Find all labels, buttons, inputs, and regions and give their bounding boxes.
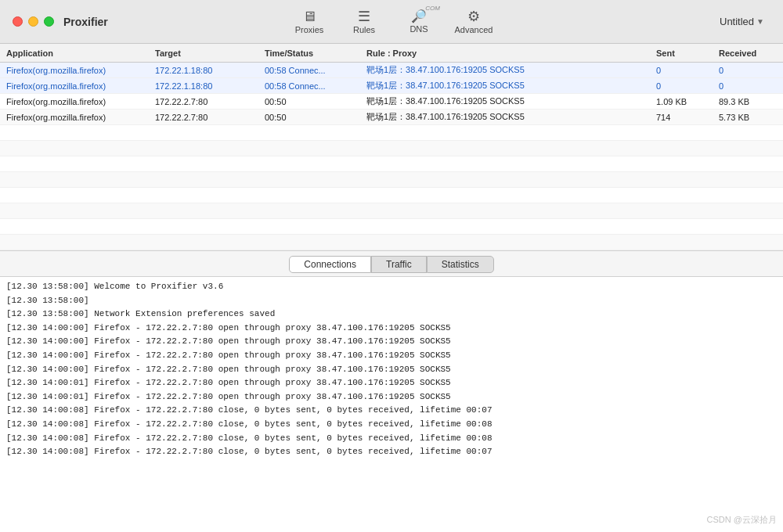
proxies-label: Proxies [295, 25, 324, 34]
log-line: [12.30 13:58:00] [6, 294, 777, 308]
dns-label: DNS [410, 24, 428, 34]
connection-table: Application Target Time/Status Rule : Pr… [0, 44, 783, 251]
toolbar-advanced[interactable]: ⚙ Advanced [446, 2, 501, 42]
tab-connections[interactable]: Connections [289, 256, 371, 273]
th-sent: Sent [650, 49, 713, 58]
td-application: Firefox(org.mozilla.firefox) [0, 81, 149, 91]
td-rule: 靶场1层：38.47.100.176:19205 SOCKS5 [360, 111, 650, 123]
dns-icon: 🔎 [411, 10, 427, 23]
dns-badge: COM [425, 5, 440, 12]
table-row[interactable]: Firefox(org.mozilla.firefox) 172.22.1.18… [0, 63, 783, 78]
td-application: Firefox(org.mozilla.firefox) [0, 113, 149, 122]
rules-label: Rules [353, 25, 375, 34]
empty-row [0, 219, 783, 235]
th-rule-proxy: Rule : Proxy [360, 49, 650, 58]
log-line: [12.30 13:58:00] Welcome to Proxifier v3… [6, 280, 777, 294]
advanced-label: Advanced [455, 25, 493, 34]
log-line: [12.30 14:00:08] Firefox - 172.22.2.7:80… [6, 445, 777, 459]
td-received: 0 [713, 81, 783, 91]
th-time-status: Time/Status [258, 49, 360, 58]
profiles-area: Untitled ▼ [713, 13, 770, 31]
table-row[interactable]: Firefox(org.mozilla.firefox) 172.22.1.18… [0, 78, 783, 94]
proxies-icon: 🖥 [302, 9, 316, 23]
maximize-button[interactable] [44, 16, 54, 27]
toolbar: 🖥 Proxies ☰ Rules 🔎 COM DNS ⚙ Advanced [282, 2, 501, 42]
td-target: 172.22.1.18:80 [149, 66, 258, 75]
tab-traffic[interactable]: Traffic [371, 256, 427, 273]
profiles-button[interactable]: Untitled ▼ [713, 13, 770, 31]
log-line: [12.30 14:00:01] Firefox - 172.22.2.7:80… [6, 390, 777, 404]
log-area: [12.30 13:58:00] Welcome to Proxifier v3… [0, 277, 783, 532]
main-content: Application Target Time/Status Rule : Pr… [0, 44, 783, 532]
tab-statistics[interactable]: Statistics [427, 256, 494, 273]
empty-row [0, 141, 783, 156]
log-line: [12.30 14:00:00] Firefox - 172.22.2.7:80… [6, 322, 777, 336]
log-line: [12.30 14:00:00] Firefox - 172.22.2.7:80… [6, 363, 777, 377]
profiles-name: Untitled [720, 16, 754, 27]
th-received: Received [713, 49, 783, 58]
td-application: Firefox(org.mozilla.firefox) [0, 97, 149, 106]
log-line: [12.30 14:00:00] Firefox - 172.22.2.7:80… [6, 335, 777, 349]
td-time: 00:58 Connec... [258, 81, 360, 91]
td-rule: 靶场1层：38.47.100.176:19205 SOCKS5 [360, 95, 650, 107]
empty-row [0, 203, 783, 219]
table-row[interactable]: Firefox(org.mozilla.firefox) 172.22.2.7:… [0, 94, 783, 110]
log-line: [12.30 14:00:00] Firefox - 172.22.2.7:80… [6, 349, 777, 363]
title-bar: Proxifier 🖥 Proxies ☰ Rules 🔎 COM DNS ⚙ … [0, 0, 783, 44]
empty-row [0, 235, 783, 250]
table-row[interactable]: Firefox(org.mozilla.firefox) 172.22.2.7:… [0, 110, 783, 125]
rules-icon: ☰ [358, 9, 370, 23]
td-target: 172.22.1.18:80 [149, 81, 258, 91]
bottom-panel: Connections Traffic Statistics [12.30 13… [0, 251, 783, 532]
td-time: 00:58 Connec... [258, 66, 360, 75]
app-title: Proxifier [63, 16, 108, 28]
td-received: 89.3 KB [713, 97, 783, 106]
empty-row [0, 188, 783, 203]
empty-row [0, 172, 783, 188]
empty-row [0, 156, 783, 172]
th-application: Application [0, 49, 149, 58]
toolbar-dns[interactable]: 🔎 COM DNS [392, 2, 446, 42]
td-received: 5.73 KB [713, 113, 783, 122]
td-sent: 1.09 KB [650, 97, 713, 106]
td-application: Firefox(org.mozilla.firefox) [0, 66, 149, 75]
td-received: 0 [713, 66, 783, 75]
empty-row [0, 125, 783, 141]
log-line: [12.30 14:00:08] Firefox - 172.22.2.7:80… [6, 432, 777, 446]
close-button[interactable] [13, 16, 23, 27]
toolbar-rules[interactable]: ☰ Rules [337, 2, 392, 42]
profiles-chevron: ▼ [756, 17, 764, 26]
td-target: 172.22.2.7:80 [149, 113, 258, 122]
td-time: 00:50 [258, 97, 360, 106]
td-sent: 0 [650, 81, 713, 91]
minimize-button[interactable] [28, 16, 38, 27]
table-header: Application Target Time/Status Rule : Pr… [0, 44, 783, 63]
td-rule: 靶场1层：38.47.100.176:19205 SOCKS5 [360, 64, 650, 76]
td-target: 172.22.2.7:80 [149, 97, 258, 106]
td-sent: 0 [650, 66, 713, 75]
log-line: [12.30 13:58:00] Network Extension prefe… [6, 307, 777, 322]
log-line: [12.30 14:00:08] Firefox - 172.22.2.7:80… [6, 404, 777, 418]
td-time: 00:50 [258, 113, 360, 122]
toolbar-proxies[interactable]: 🖥 Proxies [282, 2, 337, 42]
table-body: Firefox(org.mozilla.firefox) 172.22.1.18… [0, 63, 783, 250]
th-target: Target [149, 49, 258, 58]
log-line: [12.30 14:00:01] Firefox - 172.22.2.7:80… [6, 376, 777, 390]
advanced-icon: ⚙ [467, 9, 480, 23]
td-sent: 714 [650, 113, 713, 122]
tab-bar: Connections Traffic Statistics [0, 251, 783, 277]
log-line: [12.30 14:00:08] Firefox - 172.22.2.7:80… [6, 418, 777, 432]
traffic-lights [13, 16, 54, 27]
watermark: CSDN @云深拾月 [707, 514, 777, 526]
td-rule: 靶场1层：38.47.100.176:19205 SOCKS5 [360, 80, 650, 92]
